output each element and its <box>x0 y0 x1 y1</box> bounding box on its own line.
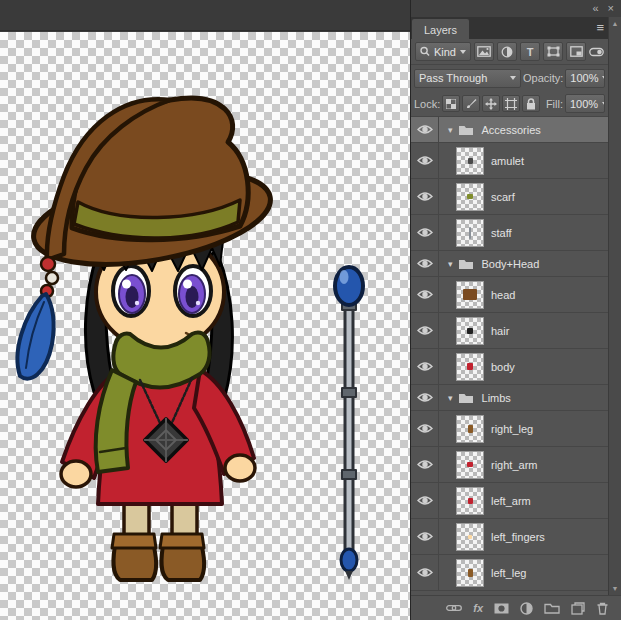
add-mask-icon[interactable] <box>494 603 509 614</box>
layer-row-left_leg[interactable]: left_leg <box>411 555 608 591</box>
canvas-area[interactable] <box>0 0 410 620</box>
visibility-toggle[interactable] <box>411 483 439 518</box>
layer-list: ▾ Accessories amulet scarf staff ▾ Body+… <box>411 117 608 595</box>
visibility-toggle[interactable] <box>411 555 439 590</box>
layer-name: head <box>491 289 515 301</box>
group-row-Accessories[interactable]: ▾ Accessories <box>411 117 608 143</box>
chevron-down-icon[interactable]: ▾ <box>448 393 453 403</box>
visibility-toggle[interactable] <box>411 277 439 312</box>
visibility-toggle[interactable] <box>411 143 439 178</box>
link-layers-icon[interactable] <box>446 603 462 613</box>
layer-row-hair[interactable]: hair <box>411 313 608 349</box>
layer-thumbnail[interactable] <box>457 184 483 210</box>
lock-transparency-button[interactable] <box>442 95 460 112</box>
layer-thumbnail[interactable] <box>457 220 483 246</box>
eye-icon <box>417 325 433 336</box>
layer-thumbnail[interactable] <box>457 354 483 380</box>
application-window: « × Layers ≡ Kind T <box>0 0 621 620</box>
group-name: Limbs <box>482 392 511 404</box>
layer-filter-toggle[interactable] <box>589 47 604 57</box>
visibility-toggle[interactable] <box>411 411 439 446</box>
thumbnail-sprite <box>468 425 473 433</box>
layer-row-left_fingers[interactable]: left_fingers <box>411 519 608 555</box>
visibility-toggle[interactable] <box>411 447 439 482</box>
folder-icon <box>458 258 474 270</box>
eye-icon <box>417 495 433 506</box>
visibility-toggle[interactable] <box>411 251 439 276</box>
new-group-icon[interactable] <box>544 602 560 614</box>
visibility-toggle[interactable] <box>411 349 439 384</box>
layer-thumbnail[interactable] <box>457 488 483 514</box>
filter-type-layers-button[interactable]: T <box>520 42 540 61</box>
visibility-toggle[interactable] <box>411 117 439 142</box>
layer-row-staff[interactable]: staff <box>411 215 608 251</box>
layer-thumbnail[interactable] <box>457 524 483 550</box>
layer-row-scarf[interactable]: scarf <box>411 179 608 215</box>
lock-all-button[interactable] <box>522 95 540 112</box>
blend-mode-dropdown[interactable]: Pass Through <box>414 69 521 88</box>
chevron-down-icon[interactable]: ▾ <box>448 259 453 269</box>
thumbnail-sprite <box>463 289 477 300</box>
transparency-checkerboard[interactable] <box>0 32 410 620</box>
collapse-panel-icon[interactable]: « <box>592 3 598 14</box>
layer-thumbnail[interactable] <box>457 416 483 442</box>
lock-artboard-button[interactable] <box>502 95 520 112</box>
layer-row-right_leg[interactable]: right_leg <box>411 411 608 447</box>
filter-pixel-layers-button[interactable] <box>474 42 494 61</box>
fill-value: 100% <box>570 98 598 110</box>
new-layer-icon[interactable] <box>571 602 585 615</box>
layer-name: left_leg <box>491 567 526 579</box>
visibility-toggle[interactable] <box>411 313 439 348</box>
layer-thumbnail[interactable] <box>457 452 483 478</box>
layer-name: left_arm <box>491 495 531 507</box>
delete-layer-icon[interactable] <box>596 602 609 615</box>
kind-filter-dropdown[interactable]: Kind <box>415 42 471 61</box>
smart-object-icon <box>570 46 583 57</box>
layer-name: staff <box>491 227 512 239</box>
thumbnail-sprite <box>467 328 473 334</box>
eye-icon <box>417 227 433 238</box>
layer-thumbnail[interactable] <box>457 148 483 174</box>
fill-dropdown[interactable]: 100% <box>565 94 605 113</box>
visibility-toggle[interactable] <box>411 385 439 410</box>
layer-row-right_arm[interactable]: right_arm <box>411 447 608 483</box>
shape-icon <box>547 46 560 57</box>
tab-layers[interactable]: Layers <box>412 19 469 39</box>
thumbnail-sprite <box>468 569 473 577</box>
adjustment-layer-icon[interactable] <box>520 602 533 615</box>
scroll-up-icon[interactable]: ▲ <box>612 20 619 27</box>
opacity-dropdown[interactable]: 100% <box>565 69 605 88</box>
type-icon: T <box>527 46 534 58</box>
filter-smart-objects-button[interactable] <box>566 42 586 61</box>
visibility-toggle[interactable] <box>411 179 439 214</box>
visibility-toggle[interactable] <box>411 519 439 554</box>
group-row-Limbs[interactable]: ▾ Limbs <box>411 385 608 411</box>
layer-row-head[interactable]: head <box>411 277 608 313</box>
filter-shape-layers-button[interactable] <box>543 42 563 61</box>
lock-position-button[interactable] <box>482 95 500 112</box>
thumbnail-sprite <box>469 227 471 239</box>
panel-scrollbar[interactable]: ▲ ▼ <box>608 17 621 595</box>
layer-thumbnail[interactable] <box>457 318 483 344</box>
close-panel-icon[interactable]: × <box>608 3 614 14</box>
group-row-Body+Head[interactable]: ▾ Body+Head <box>411 251 608 277</box>
scroll-down-icon[interactable]: ▼ <box>612 585 619 592</box>
panel-footer: fx <box>411 595 621 620</box>
image-icon <box>477 46 491 57</box>
visibility-toggle[interactable] <box>411 215 439 250</box>
transparency-icon <box>446 99 456 109</box>
blend-row: Pass Through Opacity: 100% <box>411 65 608 91</box>
layer-row-amulet[interactable]: amulet <box>411 143 608 179</box>
layer-thumbnail[interactable] <box>457 560 483 586</box>
filter-adjustment-layers-button[interactable] <box>497 42 517 61</box>
layer-row-body[interactable]: body <box>411 349 608 385</box>
chevron-down-icon[interactable]: ▾ <box>448 125 453 135</box>
layer-row-left_arm[interactable]: left_arm <box>411 483 608 519</box>
lock-pixels-button[interactable] <box>462 95 480 112</box>
thumbnail-sprite <box>468 498 473 504</box>
panel-menu-icon[interactable]: ≡ <box>596 20 604 35</box>
lock-label: Lock: <box>414 98 440 110</box>
layer-thumbnail[interactable] <box>457 282 483 308</box>
layer-style-icon[interactable]: fx <box>473 602 483 614</box>
layer-name: left_fingers <box>491 531 545 543</box>
